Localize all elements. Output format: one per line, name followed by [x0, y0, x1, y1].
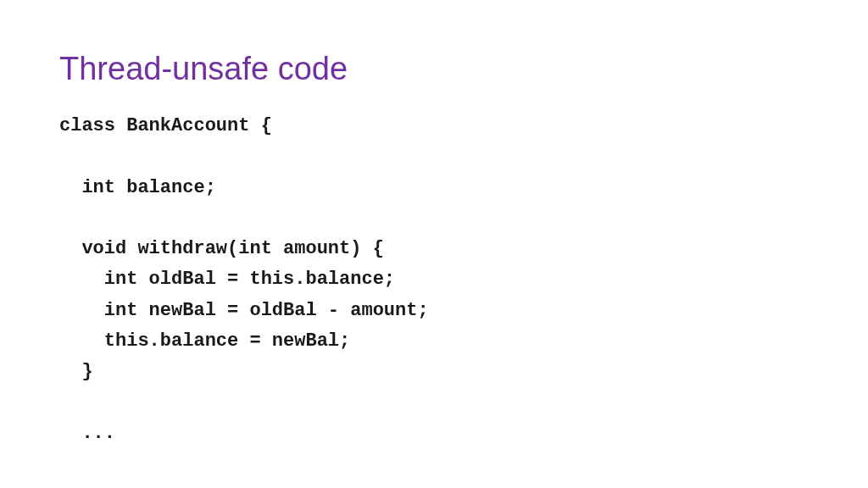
code-block: class BankAccount { int balance; void wi… — [59, 111, 809, 449]
slide-title: Thread-unsafe code — [59, 51, 809, 87]
